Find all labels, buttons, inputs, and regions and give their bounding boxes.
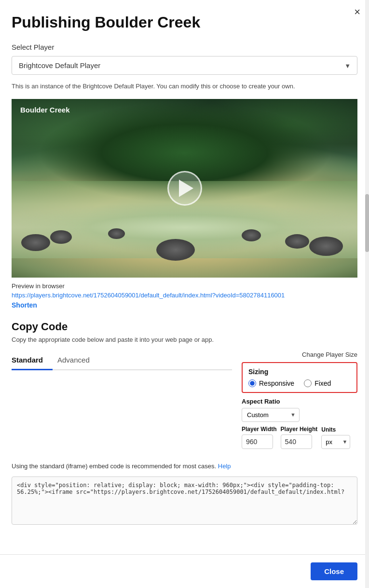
tab-standard[interactable]: Standard	[12, 351, 53, 370]
embed-area: Using the standard (iframe) embed code i…	[12, 462, 357, 527]
units-select[interactable]: px % em	[321, 435, 350, 449]
player-height-label: Player Height	[281, 426, 318, 433]
close-icon-button[interactable]: ×	[354, 7, 360, 17]
select-player-label: Select Player	[12, 43, 357, 51]
play-icon	[179, 180, 193, 197]
tabs: Standard Advanced	[12, 351, 232, 370]
help-link[interactable]: Help	[218, 462, 231, 470]
player-width-col: Player Width	[242, 426, 277, 449]
instance-note: This is an instance of the Brightcove De…	[12, 82, 357, 91]
radio-group: Responsive Fixed	[248, 379, 351, 387]
dimensions-row: Player Width Player Height Units px %	[242, 426, 357, 449]
player-width-label: Player Width	[242, 426, 277, 433]
aspect-ratio-label: Aspect Ratio	[242, 398, 357, 405]
tabs-and-size-row: Standard Advanced Change Player Size Siz…	[12, 351, 357, 454]
aspect-select-wrapper: Custom 16:9 4:3 ▼	[242, 408, 300, 422]
publish-modal: × Publishing Boulder Creek Select Player…	[0, 0, 369, 588]
embed-description: Using the standard (iframe) embed code i…	[12, 462, 357, 471]
player-height-col: Player Height	[281, 426, 318, 449]
player-select-wrapper: Brightcove Default Player ▼	[12, 56, 357, 75]
fixed-label: Fixed	[314, 379, 331, 387]
sizing-label: Sizing	[248, 368, 351, 376]
modal-title: Publishing Boulder Creek	[12, 14, 357, 31]
copy-code-desc: Copy the appropriate code below and past…	[12, 336, 357, 343]
copy-code-title: Copy Code	[12, 321, 357, 333]
player-select[interactable]: Brightcove Default Player	[12, 56, 357, 75]
scrollbar-track	[365, 0, 369, 588]
close-icon: ×	[354, 6, 360, 18]
scrollbar-thumb[interactable]	[365, 194, 369, 252]
rock-4	[285, 234, 309, 249]
fixed-radio[interactable]	[304, 379, 312, 387]
embed-code-textarea[interactable]: <div style="position: relative; display:…	[12, 476, 357, 525]
tab-advanced[interactable]: Advanced	[57, 351, 99, 370]
close-footer-button[interactable]: Close	[311, 562, 357, 580]
footer-bar: Close	[0, 554, 369, 588]
change-player-size-title: Change Player Size	[242, 351, 357, 358]
rock-2	[50, 230, 72, 244]
responsive-option[interactable]: Responsive	[248, 379, 294, 387]
rock-3	[309, 237, 343, 256]
embed-text-section: Using the standard (iframe) embed code i…	[12, 462, 357, 527]
responsive-radio[interactable]	[248, 379, 256, 387]
rock-1	[21, 234, 50, 251]
units-col: Units px % em ▼	[321, 426, 350, 449]
aspect-ratio-section: Aspect Ratio Custom 16:9 4:3 ▼ Player Wi…	[242, 398, 357, 449]
shorten-link[interactable]: Shorten	[12, 301, 37, 309]
play-button[interactable]	[167, 171, 202, 206]
fixed-option[interactable]: Fixed	[304, 379, 331, 387]
tabs-wrapper: Standard Advanced	[12, 351, 232, 370]
preview-link[interactable]: https://players.brightcove.net/175260405…	[12, 292, 357, 299]
rock-7	[242, 229, 261, 241]
responsive-label: Responsive	[259, 379, 294, 387]
rock-6	[156, 239, 195, 261]
video-title: Boulder Creek	[20, 106, 70, 114]
rock-5	[108, 228, 125, 239]
player-width-input[interactable]	[242, 434, 273, 449]
video-preview: Boulder Creek	[12, 99, 357, 278]
preview-label: Preview in browser	[12, 282, 357, 290]
sizing-box: Sizing Responsive Fixed	[242, 362, 357, 393]
aspect-ratio-select[interactable]: Custom 16:9 4:3	[242, 408, 300, 422]
player-height-input[interactable]	[281, 434, 312, 449]
size-panel: Change Player Size Sizing Responsive Fix…	[242, 351, 357, 454]
units-label: Units	[321, 426, 350, 433]
units-select-wrapper: px % em ▼	[321, 435, 350, 449]
